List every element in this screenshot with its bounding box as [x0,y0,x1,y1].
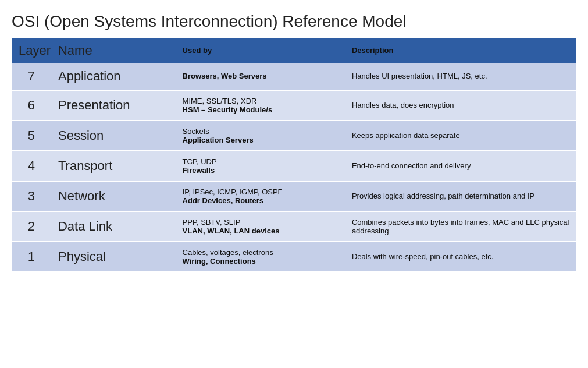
cell-layer: 2 [12,211,51,242]
osi-table: Layer Name Used by Description 7Applicat… [12,38,576,273]
usedby-normal-text: MIME, SSL/TLS, XDR [183,97,257,105]
header-usedby: Used by [176,38,345,63]
cell-usedby: MIME, SSL/TLS, XDRHSM – Security Module/… [176,90,345,121]
cell-name: Network [51,181,176,211]
cell-description: Keeps application data separate [345,121,576,151]
cell-name: Presentation [51,90,176,121]
cell-usedby: Browsers, Web Servers [176,63,345,90]
cell-layer: 4 [12,151,51,181]
header-description: Description [345,38,576,63]
usedby-bold-text: Firewalls [183,166,215,175]
usedby-normal-text: PPP, SBTV, SLIP [183,218,241,227]
header-layer: Layer [12,38,51,63]
table-header-row: Layer Name Used by Description [12,38,576,63]
cell-description: End-to-end connection and delivery [345,151,576,181]
cell-usedby: IP, IPSec, ICMP, IGMP, OSPFAddr Devices,… [176,181,345,211]
table-row: 7ApplicationBrowsers, Web ServersHandles… [12,63,576,90]
table-row: 5SessionSocketsApplication ServersKeeps … [12,121,576,151]
usedby-normal-text: Cables, voltages, electrons [183,248,273,257]
cell-description: Deals with wire-speed, pin-out cables, e… [345,242,576,272]
usedby-bold-text: Addr Devices, Routers [183,196,263,205]
table-row: 4TransportTCP, UDPFirewallsEnd-to-end co… [12,151,576,181]
cell-description: Handles data, does encryption [345,90,576,121]
header-name: Name [51,38,176,63]
cell-usedby: SocketsApplication Servers [176,121,345,151]
cell-name: Data Link [51,211,176,242]
usedby-bold-text: VLAN, WLAN, LAN devices [183,227,280,235]
cell-description: Combines packets into bytes into frames,… [345,211,576,242]
page-title: OSI (Open Systems Interconnection) Refer… [12,12,576,31]
usedby-normal-text: IP, IPSec, ICMP, IGMP, OSPF [183,187,283,196]
table-row: 2Data LinkPPP, SBTV, SLIPVLAN, WLAN, LAN… [12,211,576,242]
usedby-bold-text: HSM – Security Module/s [183,105,273,114]
cell-usedby: PPP, SBTV, SLIPVLAN, WLAN, LAN devices [176,211,345,242]
cell-description: Handles UI presentation, HTML, JS, etc. [345,63,576,90]
usedby-bold-text: Wiring, Connections [183,257,256,266]
usedby-normal-text: Sockets [183,127,209,136]
table-row: 6PresentationMIME, SSL/TLS, XDRHSM – Sec… [12,90,576,121]
usedby-bold-text: Browsers, Web Servers [183,72,267,80]
cell-description: Provides logical addressing, path determ… [345,181,576,211]
cell-layer: 6 [12,90,51,121]
table-row: 3NetworkIP, IPSec, ICMP, IGMP, OSPFAddr … [12,181,576,211]
usedby-bold-text: Application Servers [183,136,254,144]
cell-usedby: Cables, voltages, electronsWiring, Conne… [176,242,345,272]
cell-name: Physical [51,242,176,272]
table-row: 1PhysicalCables, voltages, electronsWiri… [12,242,576,272]
cell-usedby: TCP, UDPFirewalls [176,151,345,181]
cell-name: Application [51,63,176,90]
cell-layer: 1 [12,242,51,272]
cell-layer: 7 [12,63,51,90]
cell-name: Transport [51,151,176,181]
cell-name: Session [51,121,176,151]
cell-layer: 5 [12,121,51,151]
usedby-normal-text: TCP, UDP [183,157,217,166]
cell-layer: 3 [12,181,51,211]
